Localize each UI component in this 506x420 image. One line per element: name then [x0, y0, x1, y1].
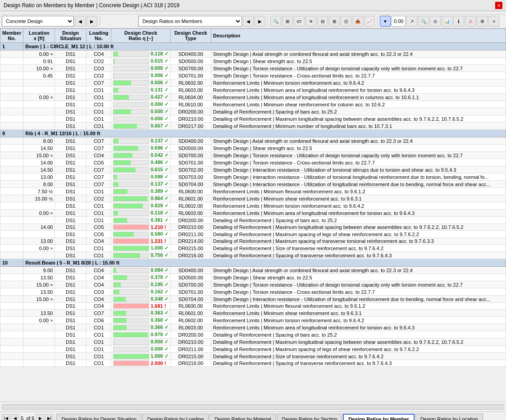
cell-desc: Reinforcement Limits | Minimum shear rei…	[211, 101, 506, 108]
cell-load: CO1	[87, 331, 111, 338]
table-row[interactable]: DS1 CO5 0.580 ✓ DR0211.00 Detailing of R…	[0, 231, 506, 238]
select-button[interactable]: ⊙	[430, 16, 441, 27]
table-row[interactable]: 8.00 DS1 CO7 0.137 ✓ SD0400.00 Strength …	[0, 137, 506, 145]
cell-desc: Reinforcement Limits | Minimum shear rei…	[211, 310, 506, 317]
table-row[interactable]: 0.45 DS1 CO2 0.006 ✓ SD0701.00 Strength …	[0, 72, 506, 79]
table-row[interactable]: DS1 CO1 0.000 ✓ DR0211.00 Detailing of R…	[0, 346, 506, 353]
prev-page-button[interactable]: ◀	[11, 414, 19, 420]
tab-material[interactable]: Design Ratios by Material	[210, 414, 276, 420]
view-select[interactable]: Design Ratios on Members	[138, 16, 242, 27]
cell-load: CO7	[87, 145, 111, 152]
cell-member	[0, 108, 23, 115]
concrete-design-select[interactable]: Concrete Design	[2, 16, 74, 27]
table-row[interactable]: 0.00 ≈ DS1 CO1 0.118 ✓ RL0603.00 Reinfor…	[0, 210, 506, 217]
warning-button[interactable]: ⚠	[465, 16, 476, 27]
horizontal-scrollbar[interactable]	[2, 404, 504, 410]
cell-load: CO1	[87, 123, 111, 130]
cell-ratio: 0.118 ✓	[111, 210, 171, 217]
table-row[interactable]: DS1 CO1 0.500 ✓ DR0200.00 Detailing of R…	[0, 108, 506, 115]
menu-settings[interactable]	[43, 12, 46, 13]
table-row[interactable]: 15.00 ≈ DS1 CO4 0.542 ✓ SD0700.00 Streng…	[0, 152, 506, 159]
cell-location	[23, 303, 55, 310]
table-row[interactable]: 15.00 ½ DS1 CO2 0.964 ✓ RL0601.00 Reinfo…	[0, 195, 506, 202]
cell-ratio: 0.131 ✓	[111, 87, 171, 94]
table-row[interactable]: DS1 CO1 0.381 ✓ DR0200.00 Detailing of R…	[0, 217, 506, 224]
menu-goto[interactable]	[4, 12, 6, 13]
table-row[interactable]: DS1 CO1 0.000 ✓ DR0210.00 Detailing of R…	[0, 338, 506, 346]
tab-member[interactable]: Design Ratios by Member	[343, 414, 414, 420]
table-button[interactable]: ⊟	[317, 16, 328, 27]
view-nav-prev[interactable]: ◀	[243, 16, 254, 27]
next-page-button[interactable]: ▶	[36, 414, 44, 420]
view-dropdown-group: Design Ratios on Members ◀ ▶	[138, 16, 265, 27]
expand-button[interactable]: ⊡	[341, 16, 351, 27]
info-button[interactable]: ℹ	[453, 16, 464, 27]
filter2-button[interactable]: ▼	[380, 16, 391, 27]
last-page-button[interactable]: ▶|	[45, 414, 53, 420]
table-row[interactable]: DS1 CO1 2.000 ! DR0216.00 Detailing of R…	[0, 360, 506, 367]
table-row[interactable]: 13.50 DS1 CO3 0.162 ✓ SD0701.00 Strength…	[0, 288, 506, 296]
table-row[interactable]: 14.00 DS1 CO5 1.210 ! DR0210.00 Detailin…	[0, 224, 506, 231]
cell-ratio: 0.366 ✓	[111, 324, 171, 331]
table-row[interactable]: 14.50 DS1 CO7 0.615 ✓ SD0702.00 Strength…	[0, 166, 506, 173]
chart-button[interactable]: 📊	[442, 16, 452, 27]
more-button[interactable]: »	[488, 16, 499, 27]
table-row[interactable]: 0.00 ≈ DS1 CO1 1.000 ✓ DR0215.00 Detaili…	[0, 245, 506, 252]
cell-sit: DS1	[55, 217, 87, 224]
view-nav-next[interactable]: ▶	[255, 16, 265, 27]
table-row[interactable]: 15.00 ≈ DS1 CO4 0.348 ✓ SD0704.00 Streng…	[0, 296, 506, 303]
table-row[interactable]: 13.00 DS1 CO4 1.231 ! DR0214.00 Detailin…	[0, 238, 506, 245]
search-button[interactable]: 🔍	[270, 16, 281, 27]
tab-loading[interactable]: Design Ratios by Loading	[142, 414, 209, 420]
table-row[interactable]: 15.00 ≈ DS1 CO4 0.195 ✓ SD0700.00 Streng…	[0, 281, 506, 288]
tab-location[interactable]: Design Ratios by Location	[415, 414, 483, 420]
menu-edit[interactable]	[14, 12, 16, 13]
table-row[interactable]: 0.00 ≈ DS1 CO4 0.118 ✓ SD0400.00 Strengt…	[0, 50, 506, 58]
grid-button[interactable]: ⊞	[329, 16, 340, 27]
table-row[interactable]: 0.00 ≈ DS1 CO6 0.368 ✓ RL0602.00 Reinfor…	[0, 317, 506, 324]
table-row[interactable]: DS1 CO7 0.506 ✓ RL0602.00 Reinforcement …	[0, 79, 506, 87]
cell-sit: DS1	[55, 224, 87, 231]
table-row[interactable]: 13.50 DS1 CO4 0.378 ✓ SD0500.00 Strength…	[0, 274, 506, 281]
table-row[interactable]: 0.00 ≈ DS1 CO1 0.427 ✓ RL0604.00 Reinfor…	[0, 94, 506, 101]
table-row[interactable]: DS1 CO1 0.000 ✓ RL0610.00 Reinforcement …	[0, 101, 506, 108]
table-row[interactable]: DS1 CO1 0.366 ✓ RL0603.00 Reinforcement …	[0, 324, 506, 331]
table-row[interactable]: 8.00 DS1 CO7 0.137 ✓ SD0704.00 Strength …	[0, 181, 506, 188]
nav-next-button[interactable]: ▶	[87, 16, 97, 27]
close-button[interactable]: ✕	[495, 2, 502, 9]
table-row[interactable]: DS1 CO1 1.000 ✓ DR0215.00 Detailing of R…	[0, 353, 506, 360]
export-button[interactable]: 📤	[352, 16, 363, 27]
table-row[interactable]: 13.50 DS1 CO7 0.363 ✓ RL0601.00 Reinforc…	[0, 310, 506, 317]
table-row[interactable]: 0.91 DS1 CO2 0.015 ✓ SD0500.00 Strength …	[0, 58, 506, 65]
table-row[interactable]: 14.50 DS1 CO7 0.696 ✓ SD0500.00 Strength…	[0, 145, 506, 152]
nav-prev-button[interactable]: ◀	[75, 16, 86, 27]
cross-button[interactable]: ✕	[305, 16, 316, 27]
cell-ratio: 0.427 ✓	[111, 94, 171, 101]
table-row[interactable]: 13.00 DS1 CO7 0.098 ✓ SD0703.00 Strength…	[0, 173, 506, 181]
table-row[interactable]: DS1 CO1 0.667 ✓ DR0217.00 Detailing of R…	[0, 123, 506, 130]
settings-btn[interactable]: ⚙	[477, 16, 488, 27]
graph-button[interactable]: 📈	[364, 16, 375, 27]
table-row[interactable]: DS1 CO1 0.829 ✓ RL0602.00 Reinforcement …	[0, 202, 506, 210]
cell-location: 13.00	[23, 238, 55, 245]
table-row[interactable]: DS1 CO1 0.970 ✓ DR0200.00 Detailing of R…	[0, 331, 506, 338]
cell-member	[0, 231, 23, 238]
first-page-button[interactable]: |◀	[2, 414, 10, 420]
table-row[interactable]: DS1 CO4 1.681 ! RL0600.00 Reinforcement …	[0, 303, 506, 310]
tab-section[interactable]: Design Ratios by Section	[277, 414, 342, 420]
table-row[interactable]: DS1 CO1 0.131 ✓ RL0603.00 Reinforcement …	[0, 87, 506, 94]
tab-design-situation[interactable]: Design Ratios by Design Situation	[56, 414, 141, 420]
table-row[interactable]: 10.00 ≈ DS1 CO3 0.000 ✓ SD0700.00 Streng…	[0, 65, 506, 72]
table-row[interactable]: 7.50 ½ DS1 CO1 0.389 ✓ RL0600.00 Reinfor…	[0, 188, 506, 195]
table-row[interactable]: DS1 CO1 0.750 ✓ DR0216.00 Detailing of R…	[0, 252, 506, 259]
table-row[interactable]: DS1 CO1 0.000 ✓ DR0210.00 Detailing of R…	[0, 115, 506, 123]
menu-view[interactable]	[33, 12, 36, 13]
table-row[interactable]: 9.00 DS1 CO4 0.084 ✓ SD0400.00 Strength …	[0, 267, 506, 274]
tag-button[interactable]: 🏷	[294, 16, 305, 27]
filter-button[interactable]: ⊞	[282, 16, 293, 27]
cell-ratio: 0.084 ✓	[111, 267, 171, 274]
menu-selection[interactable]	[23, 12, 26, 13]
zoom-button[interactable]: 🔍	[418, 16, 429, 27]
arrow-tool[interactable]: ↗	[406, 16, 417, 27]
table-row[interactable]: 14.00 DS1 CO5 0.486 ✓ SD0701.00 Strength…	[0, 159, 506, 166]
